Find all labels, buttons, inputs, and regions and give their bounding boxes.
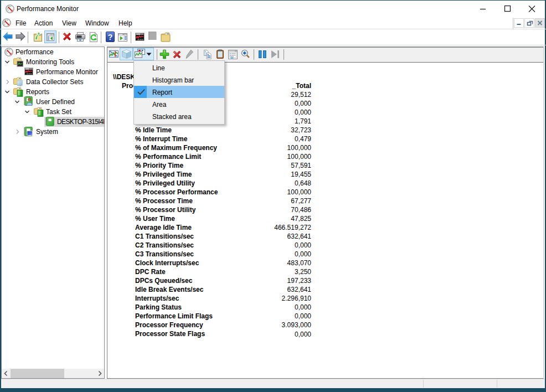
svg-text:?: ?: [108, 33, 113, 42]
